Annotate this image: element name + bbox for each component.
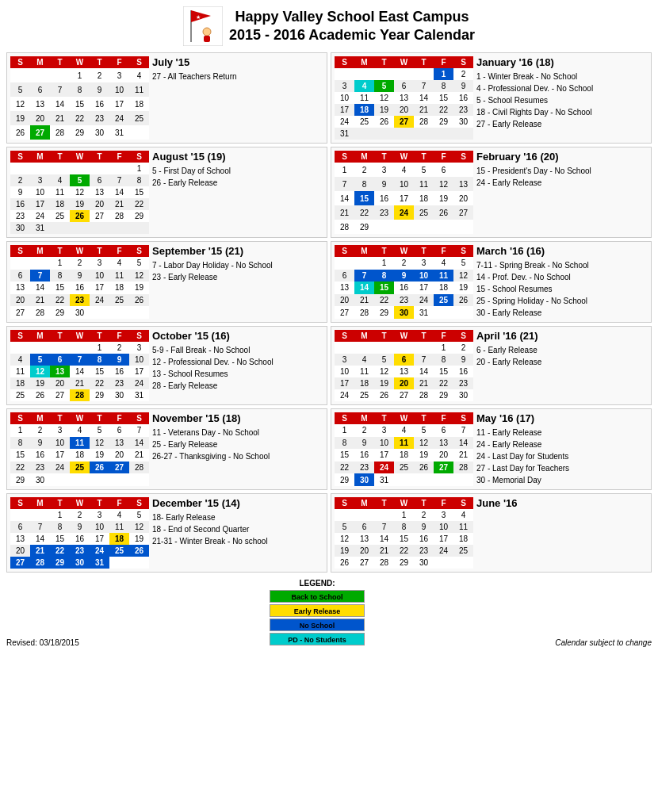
month-event-item: 20 - Early Release: [476, 356, 648, 368]
day-cell: 1: [50, 257, 70, 270]
day-cell: 19: [434, 191, 453, 205]
month-info-6: October '15 (16)5-9 - Fall Break - No Sc…: [152, 330, 323, 401]
day-header-cell: T: [90, 56, 109, 68]
day-cell: 15: [374, 282, 394, 294]
day-cell: 20: [10, 545, 30, 557]
day-cell: 9: [30, 437, 50, 450]
day-header-cell: M: [354, 330, 374, 342]
day-cell: 9: [414, 521, 434, 533]
day-header-cell: W: [394, 151, 414, 163]
day-cell: 29: [10, 473, 30, 486]
day-cell: 4: [434, 257, 453, 270]
month-info-1: January '16 (18)1 - Winter Break - No Sc…: [476, 56, 648, 140]
svg-rect-5: [204, 36, 210, 42]
day-cell: 12: [374, 366, 394, 377]
day-header-cell: T: [414, 330, 434, 342]
day-cell: [90, 473, 109, 486]
month-event-item: 30 - Early Release: [476, 307, 648, 319]
day-cell: 20: [354, 545, 374, 557]
day-cell: [70, 163, 90, 174]
day-cell: 2: [70, 509, 90, 521]
legend-box: No School: [270, 619, 365, 631]
day-cell: 8: [10, 437, 30, 450]
day-cell: 28: [30, 306, 50, 319]
day-cell: 30: [90, 125, 109, 140]
day-cell: 16: [90, 97, 109, 111]
month-title: December '15 (14): [152, 497, 323, 509]
day-cell: 12: [129, 521, 149, 533]
day-cell: 7: [30, 270, 50, 282]
day-cell: 13: [10, 533, 30, 545]
day-cell: [434, 473, 453, 486]
day-header-cell: F: [109, 412, 129, 424]
day-cell: 29: [50, 557, 70, 569]
month-event-item: 5 - School Resumes: [476, 94, 648, 106]
month-event-item: 27 - Early Release: [476, 118, 648, 130]
day-cell: 16: [10, 198, 30, 210]
day-cell: 25: [10, 389, 30, 401]
month-info-11: June '16: [476, 497, 648, 569]
month-event-item: 24 - Early Release: [476, 177, 648, 189]
day-cell: 19: [129, 282, 149, 294]
month-event-item: 13 - School Resumes: [152, 368, 323, 380]
month-title: May '16 (17): [476, 412, 648, 424]
day-cell: 25: [354, 116, 374, 128]
day-cell: 22: [10, 462, 30, 474]
month-title: January '16 (18): [476, 56, 648, 68]
day-cell: 13: [453, 177, 473, 191]
day-cell: 10: [374, 437, 394, 450]
day-cell: 12: [453, 270, 473, 282]
day-cell: 1: [90, 342, 109, 354]
day-cell: 20: [10, 294, 30, 307]
day-cell: 31: [335, 128, 354, 140]
day-cell: 24: [335, 116, 354, 128]
day-header-cell: T: [374, 151, 394, 163]
day-cell: 16: [70, 282, 90, 294]
day-header-cell: T: [50, 330, 70, 342]
day-header-cell: T: [90, 497, 109, 509]
day-cell: 29: [374, 306, 394, 319]
day-cell: 27: [50, 389, 70, 401]
day-cell: 14: [30, 533, 50, 545]
day-cell: 13: [30, 97, 50, 111]
day-cell: 6: [90, 174, 109, 186]
day-cell: 30: [414, 557, 434, 569]
day-cell: 7: [50, 82, 70, 97]
day-cell: 16: [394, 282, 414, 294]
day-cell: 11: [434, 270, 453, 282]
month-event-item: 4 - Professional Dev. - No School: [476, 82, 648, 94]
month-events-list: 15 - President's Day - No School24 - Ear…: [476, 165, 648, 189]
day-cell: 18: [109, 282, 129, 294]
month-event-item: 6 - Early Release: [476, 344, 648, 356]
day-header-cell: F: [434, 330, 453, 342]
day-cell: [109, 222, 129, 234]
day-header-cell: F: [109, 497, 129, 509]
day-cell: 16: [30, 449, 50, 462]
day-cell: 14: [414, 366, 434, 377]
day-cell: 19: [335, 545, 354, 557]
day-cell: 31: [109, 125, 129, 140]
day-cell: 5: [10, 82, 30, 97]
day-cell: 8: [50, 521, 70, 533]
day-cell: 21: [50, 111, 70, 125]
day-cell: 8: [434, 354, 453, 366]
day-cell: 22: [374, 294, 394, 307]
day-cell: 19: [374, 377, 394, 389]
footer: Revised: 03/18/2015 LEGEND: Back to Scho…: [6, 579, 652, 647]
day-cell: 10: [90, 270, 109, 282]
day-cell: 22: [129, 198, 149, 210]
day-cell: 9: [394, 270, 414, 282]
day-cell: 17: [394, 191, 414, 205]
day-cell: 6: [394, 80, 414, 92]
day-cell: 4: [109, 257, 129, 270]
day-header-cell: S: [10, 56, 30, 68]
day-cell: 24: [90, 545, 109, 557]
day-cell: 28: [30, 557, 50, 569]
day-cell: 21: [129, 449, 149, 462]
day-header-cell: T: [50, 56, 70, 68]
day-cell: [374, 68, 394, 80]
month-event-item: 23 - Early Release: [152, 271, 323, 283]
day-cell: 7: [129, 424, 149, 437]
day-header-cell: M: [354, 497, 374, 509]
day-cell: 21: [453, 449, 473, 462]
